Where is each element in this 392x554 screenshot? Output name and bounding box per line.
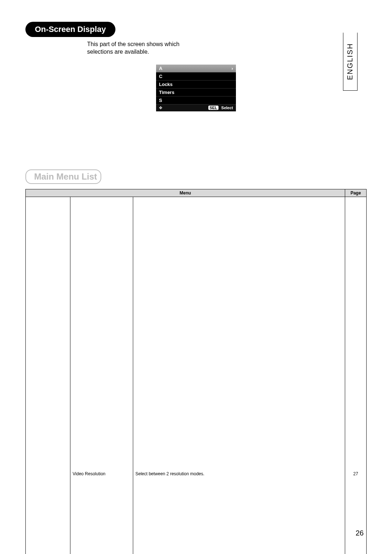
menu-row-c: C [156,73,236,81]
menu-row-timers: Timers [156,89,236,97]
menu-row-c-label: C [159,74,162,79]
page-number: 26 [356,529,364,537]
menu-row-s-label: S [159,98,162,103]
menu-row-locks-label: Locks [159,82,173,87]
intro-line-1: This part of the screen shows which [87,41,367,48]
category-audio-video: Audio/Video [26,197,70,554]
table-cell: Select between 2 resolution modes. [133,197,345,554]
menu-row-locks: Locks [156,81,236,89]
intro-text: This part of the screen shows which sele… [87,41,367,56]
menu-screenshot: A › C Locks Timers S ✥ SEL Select [156,65,236,111]
table-cell: Video Resolution [70,197,133,554]
table-cell: 27 [345,197,367,554]
th-page: Page [345,189,367,197]
language-tab-label: ENGLISH [346,43,355,80]
table-audio-video: Menu Page Audio/Video Video Resolution S… [25,189,367,554]
chevron-right-icon: › [232,66,233,71]
language-tab: ENGLISH [343,33,358,91]
heading-main-menu-list: Main Menu List [25,169,101,184]
dpad-icon: ✥ [159,106,162,110]
menu-row-a: A › [156,65,236,73]
sel-label: Select [221,106,233,110]
th-menu: Menu [26,189,345,197]
menu-row-timers-label: Timers [159,90,174,95]
menu-hint: ✥ SEL Select [156,104,236,111]
menu-row-a-label: A [159,66,162,71]
heading-on-screen-display: On-Screen Display [25,22,115,37]
sel-badge: SEL [208,106,218,110]
menu-row-s: S [156,97,236,104]
intro-line-2: selections are available. [87,48,367,56]
